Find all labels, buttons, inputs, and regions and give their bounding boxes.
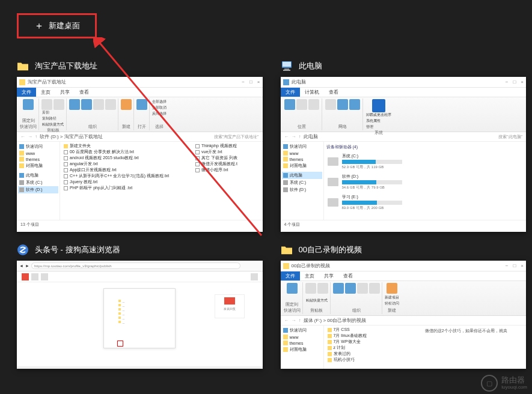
sidebar-item[interactable]: 封面电脑 <box>18 162 58 169</box>
toolbar-icon[interactable] <box>31 273 38 280</box>
task-title: 此电脑 <box>299 61 322 71</box>
file-item[interactable]: 微信开发视频教程.t <box>194 161 260 167</box>
sidebar-quick-access[interactable]: 快速访问 <box>282 143 322 150</box>
file-item[interactable]: Thinkphp 视频教程 <box>194 143 260 149</box>
tab-share[interactable]: 共享 <box>319 271 338 280</box>
file-item[interactable]: App接口开发视频教程.txt <box>63 167 194 173</box>
file-item[interactable]: 玩机小技巧 <box>326 357 423 363</box>
sidebar-drive[interactable]: 系统 (C:) <box>18 179 58 186</box>
file-item[interactable]: 其它 下载资源 列表 <box>194 155 260 161</box>
nav-up-icon[interactable]: ↑ <box>299 134 301 139</box>
breadcrumb[interactable]: 此电脑 <box>304 133 497 140</box>
sidebar-item[interactable]: themes <box>18 156 58 162</box>
new-desktop-button[interactable]: ＋ 新建桌面 <box>17 13 97 38</box>
nav-forward-icon[interactable]: → <box>292 134 296 139</box>
search-placeholder[interactable]: 搜索"淘宝产品下载地址" <box>214 134 259 140</box>
sidebar-this-pc[interactable]: 此电脑 <box>282 172 322 179</box>
tab-file[interactable]: 文件 <box>17 88 36 97</box>
drive-item[interactable]: 软件 (D:)34.6 GB 可用，共 79.9 GB <box>326 172 524 192</box>
sidebar-drive[interactable]: 软件 (D:) <box>18 186 58 193</box>
sidebar-item[interactable]: www <box>282 334 322 340</box>
window-title: 00自己录制的视频 <box>292 262 506 269</box>
sidebar-item[interactable]: themes <box>282 156 322 162</box>
file-item[interactable]: android 视频教程 2015 studio教程.txt <box>63 155 194 161</box>
nav-back-icon[interactable]: ← <box>20 134 25 139</box>
file-item[interactable]: 7月 WP做大全 <box>326 339 423 345</box>
nav-back-icon[interactable]: ← <box>284 134 289 139</box>
nav-forward-icon[interactable]: → <box>28 134 32 139</box>
browser-address-bar: ◄ ► https://mp.toutiao.com/profile_v3/gr… <box>17 261 263 271</box>
tab-home[interactable]: 主页 <box>36 88 55 97</box>
task-title: 00自己录制的视频 <box>299 244 362 255</box>
tab-view[interactable]: 查看 <box>338 271 358 280</box>
drive-item[interactable]: 学习 (E:)83.0 GB 可用，共 200 GB <box>326 192 524 213</box>
sidebar-drive[interactable]: 软件 (D:) <box>282 186 322 193</box>
file-item[interactable]: angular开发.txt <box>63 161 194 167</box>
file-item[interactable]: 微信小程序.txt <box>194 167 260 173</box>
tab-file[interactable]: 文件 <box>281 271 300 280</box>
url-input[interactable]: https://mp.toutiao.com/profile_v3/graphi… <box>31 262 240 269</box>
tab-view[interactable]: 查看 <box>75 88 94 97</box>
drive-item[interactable]: 系统 (C:)52.3 GB 可用，共 119 GB <box>326 151 524 172</box>
drive-section-header[interactable]: 设备和驱动器 (4) <box>326 143 524 151</box>
task-thumbnail-2[interactable]: 此电脑 此电脑 −□× 文件 计算机 查看 位置 网络 卸载或更改程序系统属性管… <box>281 60 527 232</box>
toolbar-icon[interactable] <box>22 273 29 280</box>
file-item[interactable]: 发表过的 <box>326 351 423 357</box>
tab-computer[interactable]: 计算机 <box>300 88 324 97</box>
sidebar-item[interactable]: www <box>282 150 322 156</box>
nav-up-icon[interactable]: ↑ <box>299 318 301 323</box>
address-bar[interactable]: ← → ↑ 媒体 (F:) > 00自己录制的视频 <box>281 316 527 326</box>
watermark-brand: 路由器 <box>501 376 527 384</box>
address-bar[interactable]: ← → ↑ 此电脑 搜索"此电脑" <box>281 132 527 142</box>
search-placeholder[interactable]: 搜索"此电脑" <box>498 134 522 140</box>
sidebar-drive[interactable]: 系统 (C:) <box>282 179 322 186</box>
nav-forward-icon[interactable]: → <box>292 318 296 323</box>
address-bar[interactable]: ← → ↑ 软件 (D:) > 淘宝产品下载地址 搜索"淘宝产品下载地址" <box>17 132 263 142</box>
file-item[interactable]: vue开发.txt <box>194 149 260 155</box>
sidebar-item[interactable]: themes <box>282 340 322 346</box>
nav-back-icon[interactable]: ◄ <box>19 264 23 268</box>
drive-icon <box>328 198 338 207</box>
tab-home[interactable]: 主页 <box>300 271 319 280</box>
file-item[interactable]: PHP 韩顺平 php从入门到精通 .txt <box>63 185 194 191</box>
task-thumbnail-1[interactable]: 淘宝产品下载地址 淘宝产品下载地址 −□× 文件 主页 共享 查看 固定到 快速… <box>17 60 263 232</box>
file-item[interactable]: 7月 CSS <box>326 327 423 333</box>
ribbon-tabs: 文件 主页 共享 查看 <box>17 88 263 97</box>
sidebar-item[interactable]: www <box>18 150 58 156</box>
tab-share[interactable]: 共享 <box>55 88 75 97</box>
tab-view[interactable]: 查看 <box>324 88 343 97</box>
window-controls[interactable]: −□× <box>506 79 524 85</box>
window-titlebar: 此电脑 −□× <box>281 77 527 88</box>
breadcrumb[interactable]: 媒体 (F:) > 00自己录制的视频 <box>304 317 523 324</box>
nav-back-icon[interactable]: ← <box>284 318 289 323</box>
sidebar-item[interactable]: 封面电脑 <box>282 346 322 353</box>
breadcrumb[interactable]: 软件 (D:) > 淘宝产品下载地址 <box>40 133 212 140</box>
new-desktop-label: 新建桌面 <box>49 20 80 31</box>
file-item[interactable]: C++ 从新手到高手C++ 全方位学习(范磊) 视频教程.txt <box>63 173 194 179</box>
nav-up-icon[interactable]: ↑ <box>35 134 37 139</box>
nav-sidebar: 快速访问 www themes 封面电脑 <box>281 326 324 369</box>
window-controls[interactable]: −□× <box>242 79 260 85</box>
nav-sidebar: 快速访问 www themes 封面电脑 此电脑 系统 (C:) 软件 (D:) <box>17 142 60 220</box>
file-item[interactable]: z 计划 <box>326 345 423 351</box>
file-item[interactable]: 新建文件夹 <box>63 143 194 149</box>
sidebar-this-pc[interactable]: 此电脑 <box>18 172 58 179</box>
task-thumbnail-3[interactable]: 头条号 - 搜狗高速浏览器 ◄ ► https://mp.toutiao.com… <box>17 244 263 369</box>
toolbar-icon[interactable] <box>41 273 48 280</box>
task-title: 头条号 - 搜狗高速浏览器 <box>35 244 120 255</box>
task-header: 淘宝产品下载地址 <box>17 60 263 72</box>
task-thumbnail-4[interactable]: 00自己录制的视频 00自己录制的视频 −□× 文件 主页 共享 查看 固定到 … <box>281 244 527 369</box>
file-item[interactable]: Jquery 教程.txt <box>63 179 194 185</box>
sidebar-quick-access[interactable]: 快速访问 <box>18 143 58 150</box>
file-item[interactable]: 00 百度网盘 分享失败 解决方法.txt <box>63 149 194 155</box>
folder-icon <box>283 263 289 269</box>
toolbar-icon[interactable] <box>251 273 258 280</box>
explorer-window-preview: 淘宝产品下载地址 −□× 文件 主页 共享 查看 固定到 快速访问 剪切复制路径… <box>17 77 263 232</box>
window-controls[interactable]: −□× <box>506 263 524 268</box>
nav-forward-icon[interactable]: ► <box>25 264 29 268</box>
drive-icon <box>328 157 338 166</box>
tab-file[interactable]: 文件 <box>281 88 300 97</box>
file-item[interactable]: 7月 linux基础教程 <box>326 333 423 339</box>
sidebar-quick-access[interactable]: 快速访问 <box>282 327 322 334</box>
sidebar-item[interactable]: 封面电脑 <box>282 162 322 169</box>
